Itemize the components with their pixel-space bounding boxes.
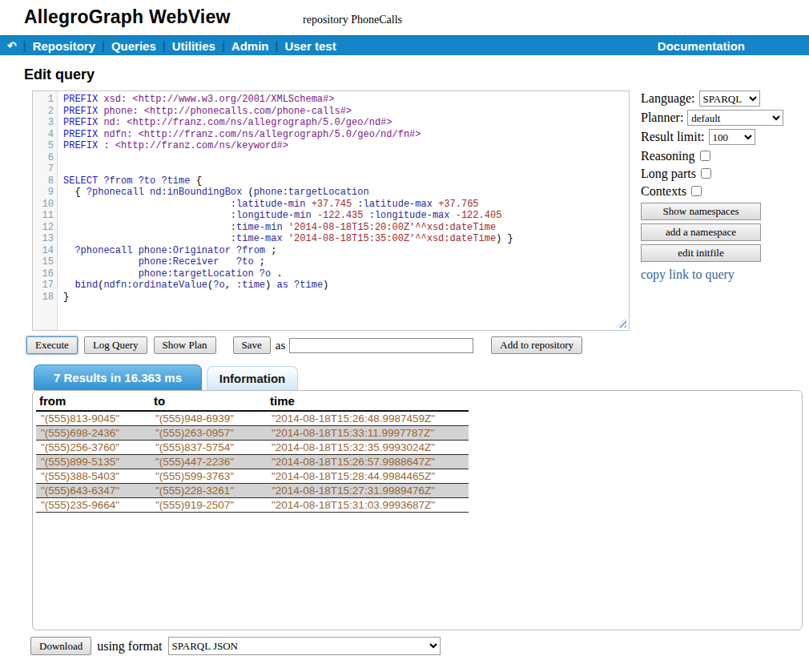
cell: "2014-08-18T15:26:57.9988647Z" [267, 455, 469, 469]
checkbox-label: Long parts [641, 167, 696, 181]
code-line: :latitude-min +37.745 :latitude-max +37.… [63, 199, 629, 211]
cell: "2014-08-18T15:32:35.9993024Z" [267, 441, 469, 455]
result-limit-select[interactable]: 100 [709, 129, 755, 145]
cell: "(555)228-3261" [151, 484, 267, 498]
column-header-time: time [267, 392, 469, 411]
language-row: Language: SPARQL [641, 90, 805, 107]
line-number: 14 [33, 245, 54, 257]
code-line: } [63, 292, 629, 304]
code-line: bind(ndfn:ordinateValue(?o, :time) as ?t… [63, 280, 629, 292]
planner-select[interactable]: default [687, 110, 783, 126]
save-name-input[interactable] [289, 338, 473, 353]
query-editor[interactable]: 123456789101112131415161718 PREFIX xsd: … [32, 91, 630, 331]
line-number: 3 [33, 117, 54, 129]
nav-item-repository[interactable]: Repository [33, 39, 95, 53]
line-number: 15 [33, 256, 54, 268]
result-limit-label: Result limit: [641, 130, 705, 144]
cell: "(555)643-6347" [36, 484, 151, 498]
nav-separator: | [276, 39, 279, 52]
cell: "2014-08-18T15:26:48.9987459Z" [267, 411, 469, 426]
option-buttons: Show namespacesadd a namespaceedit initf… [641, 203, 805, 262]
cell: "2014-08-18T15:33:11.9997787Z" [267, 426, 469, 441]
result-tabs: 7 Results in 16.363 ms Information [34, 364, 298, 390]
line-number: 4 [33, 129, 54, 141]
cell: "(555)919-2507" [151, 498, 267, 513]
add-a-namespace-button[interactable]: add a namespace [641, 223, 761, 241]
line-number: 17 [33, 280, 54, 292]
table-row[interactable]: "(555)235-9664""(555)919-2507""2014-08-1… [36, 498, 469, 513]
table-row[interactable]: "(555)388-5403""(555)599-3763""2014-08-1… [36, 469, 469, 484]
table-row[interactable]: "(555)643-6347""(555)228-3261""2014-08-1… [36, 484, 469, 498]
main-nav: ↶ |Repository|Queries|Utilities|Admin|Us… [0, 35, 809, 55]
line-number-gutter: 123456789101112131415161718 [33, 91, 58, 330]
using-format-label: using format [97, 639, 162, 654]
cell: "(555)256-3760" [36, 441, 151, 455]
column-header-from: from [36, 392, 151, 411]
code-line: PREFIX xsd: <http://www.w3.org/2001/XMLS… [63, 94, 629, 106]
planner-row: Planner: default [641, 109, 805, 127]
nav-separator: | [163, 39, 166, 52]
table-row[interactable]: "(555)256-3760""(555)837-5754""2014-08-1… [36, 441, 469, 455]
checkbox-contexts[interactable] [691, 186, 702, 196]
table-row[interactable]: "(555)813-9045""(555)948-6939""2014-08-1… [36, 411, 469, 426]
line-number: 10 [33, 199, 54, 211]
query-options: Language: SPARQL Planner: default Result… [641, 90, 805, 282]
format-select[interactable]: SPARQL JSON [168, 637, 441, 655]
line-number: 9 [33, 187, 54, 199]
cell: "2014-08-18T15:28:44.9984465Z" [267, 469, 469, 484]
action-bar: Execute Log Query Show Plan Save as Add … [26, 336, 582, 355]
nav-item-documentation[interactable]: Documentation [658, 39, 745, 53]
download-button[interactable]: Download [30, 637, 91, 655]
checkbox-label: Reasoning [641, 149, 695, 163]
nav-item-admin[interactable]: Admin [231, 39, 269, 53]
nav-separator: | [23, 39, 26, 52]
nav-separator: | [102, 39, 105, 52]
back-icon[interactable]: ↶ [7, 39, 17, 52]
line-number: 6 [33, 152, 54, 164]
execute-button[interactable]: Execute [26, 336, 78, 354]
edit-initfile-button[interactable]: edit initfile [641, 244, 761, 262]
code-line: ?phonecall phone:Originator ?from ; [63, 245, 629, 257]
query-code-area[interactable]: PREFIX xsd: <http://www.w3.org/2001/XMLS… [58, 91, 629, 330]
checkbox-label: Contexts [641, 184, 686, 199]
table-header-row: fromtotime [36, 392, 469, 411]
tab-information[interactable]: Information [207, 366, 298, 390]
code-line: PREFIX ndfn: <http://franz.com/ns/allegr… [63, 129, 629, 141]
checkbox-long-parts[interactable] [701, 168, 711, 179]
page: AllegroGraph WebView repository PhoneCal… [0, 0, 809, 672]
app-title: AllegroGraph WebView [24, 6, 230, 28]
code-line: PREFIX nd: <http://franz.com/ns/allegrog… [63, 117, 629, 129]
show-namespaces-button[interactable]: Show namespaces [641, 203, 761, 220]
code-line: :longitude-min -122.435 :longitude-max -… [63, 210, 629, 222]
nav-item-user-test[interactable]: User test [284, 39, 336, 53]
save-button[interactable]: Save [233, 336, 271, 354]
code-line: PREFIX phone: <http://phonecalls.com/pho… [63, 106, 629, 118]
log-query-button[interactable]: Log Query [84, 336, 147, 354]
add-to-repository-button[interactable]: Add to repository [491, 336, 582, 354]
nav-item-queries[interactable]: Queries [111, 39, 156, 53]
checkbox-row-long-parts: Long parts [641, 165, 805, 182]
cell: "(555)899-5135" [36, 455, 151, 469]
line-number: 12 [33, 222, 54, 234]
code-line: :time-min '2014-08-18T15:20:00Z'^^xsd:da… [63, 222, 629, 234]
cell: "(555)599-3763" [151, 469, 267, 484]
repository-label: repository PhoneCalls [303, 14, 402, 26]
line-number: 7 [33, 163, 54, 175]
results-table: fromtotime "(555)813-9045""(555)948-6939… [36, 392, 469, 513]
copy-link-to-query[interactable]: copy link to query [641, 268, 805, 282]
cell: "(555)813-9045" [36, 411, 151, 426]
language-select[interactable]: SPARQL [699, 91, 760, 107]
nav-separator: | [222, 39, 225, 52]
planner-label: Planner: [641, 111, 683, 125]
save-as-label: as [276, 339, 286, 352]
checkbox-reasoning[interactable] [700, 151, 710, 161]
code-line: SELECT ?from ?to ?time { [63, 175, 629, 187]
tab-results[interactable]: 7 Results in 16.363 ms [34, 364, 202, 390]
line-number: 2 [33, 106, 54, 118]
table-row[interactable]: "(555)698-2436""(555)263-0957""2014-08-1… [36, 426, 469, 441]
show-plan-button[interactable]: Show Plan [154, 336, 216, 354]
line-number: 1 [33, 94, 54, 106]
checkbox-row-contexts: Contexts [641, 183, 805, 199]
nav-item-utilities[interactable]: Utilities [172, 39, 215, 53]
table-row[interactable]: "(555)899-5135""(555)447-2236""2014-08-1… [36, 455, 469, 469]
